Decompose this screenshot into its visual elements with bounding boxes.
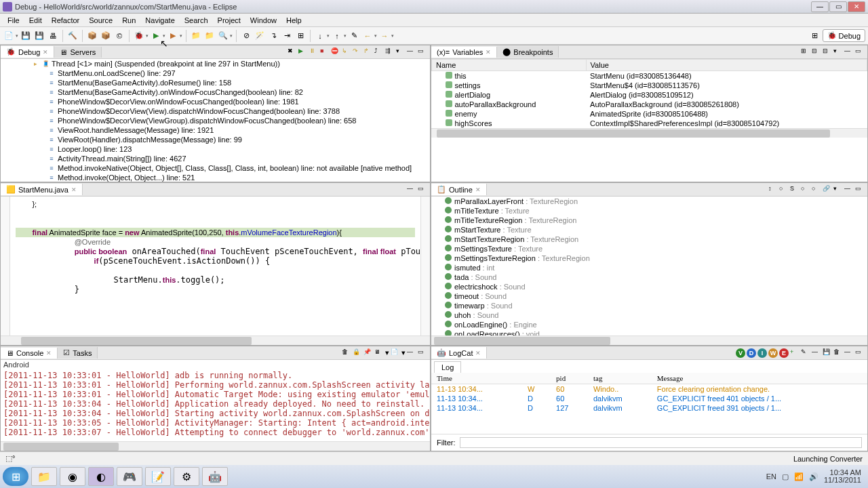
sort-icon[interactable]: ↕ <box>768 185 778 195</box>
menu-source[interactable]: Source <box>84 15 117 26</box>
save-icon[interactable]: 💾 <box>20 30 32 42</box>
variable-row[interactable]: highScoresContextImpl$SharedPreferencesI… <box>432 119 867 128</box>
maximize-view-icon[interactable]: ▭ <box>418 348 427 358</box>
stack-frame[interactable]: ≡ PhoneWindow$DecorView(ViewGroup).dispa… <box>1 116 430 125</box>
display-icon[interactable]: 🖥 <box>374 348 384 358</box>
step-icon[interactable]: ↴ <box>267 30 279 42</box>
stack-frame[interactable]: ≡ Looper.loop() line: 123 <box>1 144 430 154</box>
menu-run[interactable]: Run <box>117 15 140 26</box>
minimize-view-icon[interactable]: — <box>407 348 416 358</box>
terminate-icon[interactable]: ■ <box>320 47 330 57</box>
tray-lang[interactable]: EN <box>766 472 776 481</box>
export-icon[interactable]: 💾 <box>823 348 832 358</box>
maximize-view-icon[interactable]: ▭ <box>418 47 427 57</box>
chrome-icon[interactable]: ◉ <box>60 467 85 486</box>
suspend-icon[interactable]: ⏸ <box>309 47 319 57</box>
view-menu-icon[interactable]: ▾ <box>833 47 843 57</box>
tray-network-icon[interactable]: 📶 <box>794 472 804 481</box>
tab-editor[interactable]: 🟨 StartMenu.java ✕ <box>1 184 83 195</box>
menu-help[interactable]: Help <box>281 15 307 26</box>
app2-icon[interactable]: ⚙ <box>174 467 199 486</box>
tab-servers[interactable]: 🖥 Servers <box>54 47 102 58</box>
variable-row[interactable]: settingsStartMenu$4 (id=830085113576) <box>432 81 867 90</box>
tab-outline[interactable]: 📋 Outline ✕ <box>431 184 487 195</box>
step-into-icon[interactable]: ↳ <box>342 47 351 57</box>
outline-item[interactable]: mStartTextureRegion : TextureRegion <box>431 235 867 244</box>
tab-console[interactable]: 🖥 Console ✕ <box>1 348 58 359</box>
verbose-icon[interactable]: V <box>736 348 745 358</box>
hide-static-icon[interactable]: S <box>790 185 800 195</box>
warn-icon[interactable]: W <box>768 348 778 358</box>
open-console-icon[interactable]: 📄 <box>391 348 400 358</box>
minimize-view-icon[interactable]: — <box>407 185 416 195</box>
outline-item[interactable]: ismuted : int <box>431 263 867 272</box>
stack-frame[interactable]: ≡ ActivityThread.main(String[]) line: 46… <box>1 154 430 163</box>
resume-icon[interactable]: ▶ <box>298 47 308 57</box>
minimize-view-icon[interactable]: — <box>844 348 854 358</box>
close-icon[interactable]: ✕ <box>475 186 481 193</box>
prev-ann-icon[interactable]: ↑ <box>331 30 343 42</box>
console-output[interactable]: [2011-11-13 10:33:01 - HelloWorld] adb i… <box>1 369 430 441</box>
view-menu-icon[interactable]: ▾ <box>833 185 843 195</box>
outline-item[interactable]: mSettingsTexture : Texture <box>431 244 867 253</box>
stack-frame[interactable]: ≡ ViewRoot(Handler).dispatchMessage(Mess… <box>1 135 430 144</box>
maximize-button[interactable]: ▭ <box>829 1 847 12</box>
menu-file[interactable]: File <box>3 15 24 26</box>
stack-frame[interactable]: ≡ Method.invokeNative(Object, Object[], … <box>1 163 430 173</box>
remove-icon[interactable]: ✖ <box>288 47 297 57</box>
clear-icon[interactable]: 🗑 <box>342 348 351 358</box>
tab-logcat[interactable]: 🤖 LogCat ✕ <box>431 347 487 359</box>
logcat-table[interactable]: Time pid tag Message 11-13 10:34...W60Wi… <box>431 373 867 413</box>
hide-nonpublic-icon[interactable]: ○ <box>801 185 810 195</box>
link-icon[interactable]: 🔗 <box>823 185 832 195</box>
logical-icon[interactable]: ⊟ <box>812 47 821 57</box>
log-row[interactable]: 11-13 10:34...W60Windo..Force clearing o… <box>431 384 867 394</box>
folder2-icon[interactable]: 📁 <box>203 30 216 42</box>
menu-window[interactable]: Window <box>245 15 281 26</box>
drop-frame-icon[interactable]: ⤴ <box>374 47 384 57</box>
stack-frame[interactable]: ≡ PhoneWindow$DecorView(View).dispatchWi… <box>1 106 430 116</box>
menu-search[interactable]: Search <box>180 15 213 26</box>
close-icon[interactable]: ✕ <box>71 186 77 193</box>
filter-input[interactable] <box>460 437 863 448</box>
step-return-icon[interactable]: ↱ <box>363 47 373 57</box>
skip-bp-icon[interactable]: ⊘ <box>240 30 252 42</box>
minimize-button[interactable]: — <box>811 1 829 12</box>
variable-row[interactable]: enemyAnimatedSprite (id=830085106488) <box>432 109 867 119</box>
run-icon[interactable]: ▶ <box>150 30 162 42</box>
hide-local-icon[interactable]: ○ <box>812 185 821 195</box>
outline-item[interactable]: tada : Sound <box>431 272 867 282</box>
error-icon[interactable]: E <box>779 348 789 358</box>
menu-edit[interactable]: Edit <box>24 15 47 26</box>
hide-fields-icon[interactable]: ○ <box>779 185 789 195</box>
outline-item[interactable]: mTitleTextureRegion : TextureRegion <box>431 216 867 225</box>
col-pid[interactable]: pid <box>551 373 588 384</box>
log-row[interactable]: 11-13 10:34...D60dalvikvmGC_EXPLICIT fre… <box>431 394 867 403</box>
type-icon[interactable]: ⊞ <box>801 47 810 57</box>
search-icon[interactable]: 🔍 <box>217 30 229 42</box>
minimize-view-icon[interactable]: — <box>844 185 854 195</box>
package-icon[interactable]: 📦 <box>100 30 112 42</box>
maximize-view-icon[interactable]: ▭ <box>418 185 427 195</box>
maximize-view-icon[interactable]: ▭ <box>855 47 865 57</box>
wand-icon[interactable]: 🪄 <box>254 30 266 42</box>
tray-flag-icon[interactable]: ▢ <box>782 472 789 481</box>
close-icon[interactable]: ✕ <box>46 350 52 357</box>
external-icon[interactable]: ▶ <box>167 30 179 42</box>
forward-icon[interactable]: → <box>378 30 391 42</box>
col-message[interactable]: Message <box>652 373 867 384</box>
stack-frame[interactable]: ≡ StartMenu(BaseGameActivity).onWindowFo… <box>1 87 430 97</box>
next-ann-icon[interactable]: ↓ <box>314 30 326 42</box>
col-value[interactable]: Value <box>586 60 867 71</box>
outline-item[interactable]: mSettingsTextureRegion : TextureRegion <box>431 253 867 263</box>
collapse-icon[interactable]: ⊟ <box>823 47 832 57</box>
thread-row[interactable]: ▸🧵 Thread [<1> main] (Suspended (breakpo… <box>1 59 430 68</box>
stack-frame[interactable]: ≡ PhoneWindow$DecorView.onWindowFocusCha… <box>1 97 430 106</box>
stack-frame[interactable]: ≡ Method.invoke(Object, Object...) line:… <box>1 173 430 182</box>
project-icon[interactable]: 📦 <box>86 30 98 42</box>
class-icon[interactable]: © <box>113 30 125 42</box>
add-filter-icon[interactable]: + <box>790 348 800 358</box>
col-time[interactable]: Time <box>431 373 522 384</box>
back-icon[interactable]: ← <box>361 30 374 42</box>
variables-table[interactable]: Name Value thisStartMenu (id=83008513644… <box>431 59 867 128</box>
